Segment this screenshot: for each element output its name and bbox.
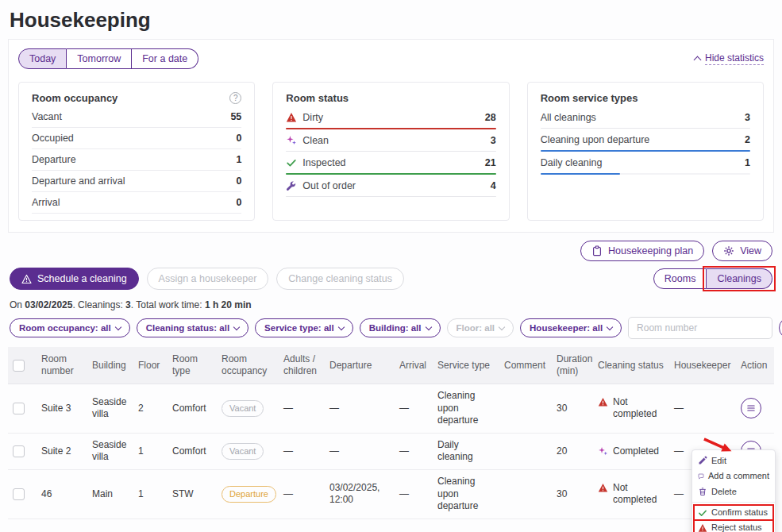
menu-icon (746, 403, 756, 413)
chevron-down-icon (607, 323, 613, 330)
stat-bar (541, 173, 750, 175)
tab-today[interactable]: Today (18, 48, 67, 69)
stat-label: Inspected (302, 157, 345, 168)
filter-housekeeper[interactable]: Housekeeper: all (520, 318, 622, 337)
column-header-cleaning-status: Cleaning status (593, 347, 669, 384)
table-row: 46 Main 1 STW Departure — 03/02/2025, 12… (8, 469, 774, 519)
filter-cleaning-status[interactable]: Cleaning status: all (137, 318, 248, 337)
warning-icon (698, 523, 707, 532)
menu-item-delete[interactable]: Delete (692, 484, 775, 499)
tab-tomorrow[interactable]: Tomorrow (67, 48, 132, 69)
stat-row: Departure and arrival 0 (32, 171, 241, 192)
menu-item-reject-status[interactable]: Reject status (692, 520, 775, 532)
filter-service-type[interactable]: Service type: all (255, 318, 353, 337)
cell-room-number: Suite 3 (37, 384, 87, 434)
assign-housekeeper-button[interactable]: Assign a housekeeper (147, 268, 269, 290)
row-checkbox[interactable] (13, 488, 25, 500)
stat-value: 55 (230, 111, 241, 122)
chevron-down-icon (233, 323, 240, 330)
cell-floor: 1 (133, 469, 168, 519)
chevron-down-icon (425, 323, 431, 330)
cell-adults-children: — (279, 384, 325, 434)
table-row: Suite 3 Seaside villa 2 Comfort Vacant —… (8, 384, 774, 434)
schedule-cleaning-button[interactable]: Schedule a cleaning (10, 268, 139, 290)
column-header-building: Building (87, 347, 133, 384)
stat-value: 2 (745, 134, 750, 145)
select-all-checkbox[interactable] (13, 360, 25, 372)
stat-value: 21 (485, 157, 496, 168)
stat-value: 3 (745, 112, 750, 123)
comment-icon (698, 472, 704, 481)
card-title-room-status: Room status (286, 92, 349, 104)
menu-item-add-comment[interactable]: Add a comment (692, 468, 775, 484)
column-header-room-occupancy: Room occupancy (217, 347, 279, 384)
row-checkbox[interactable] (13, 445, 25, 457)
stat-value: 0 (236, 133, 241, 144)
stat-value: 28 (485, 112, 496, 123)
cell-room-type: STW (168, 469, 217, 519)
cell-departure: 03/02/2025, 12:00 (325, 469, 395, 519)
stat-label: All cleanings (541, 112, 596, 123)
cell-adults-children: — (279, 469, 325, 519)
cell-comment (499, 433, 552, 469)
toggle-rooms[interactable]: Rooms (653, 268, 707, 289)
cell-floor: 1 (133, 433, 168, 469)
check-icon (698, 508, 707, 518)
cleaning-status: Not completed (598, 396, 665, 421)
column-header-room-type: Room type (168, 347, 217, 384)
cell-arrival: — (395, 384, 433, 434)
menu-item-confirm-status[interactable]: Confirm status (692, 505, 775, 520)
row-checkbox[interactable] (13, 403, 25, 414)
row-actions-button[interactable] (741, 398, 761, 418)
search-button[interactable] (779, 317, 782, 339)
stat-row: Out of order 4 (286, 175, 495, 197)
column-header-service-type: Service type (433, 347, 499, 384)
stat-label: Daily cleaning (541, 157, 603, 168)
table-row: Suite 2 Seaside villa 1 Comfort Vacant —… (8, 433, 774, 469)
date-tabs: Today Tomorrow For a date (18, 48, 198, 69)
filter-building[interactable]: Building: all (360, 318, 441, 337)
warning-icon (21, 274, 32, 284)
card-title-room-occupancy: Room occupancy (32, 92, 117, 104)
change-cleaning-status-button[interactable]: Change cleaning status (276, 268, 404, 290)
column-header-duration: Duration (min) (552, 347, 593, 384)
occupancy-badge: Vacant (222, 443, 264, 459)
toggle-cleanings[interactable]: Cleanings (707, 268, 772, 289)
stat-label: Out of order (302, 180, 356, 191)
cell-room-number: 46 (37, 469, 87, 519)
housekeeping-plan-button[interactable]: Housekeeping plan (580, 241, 704, 261)
cell-service-type: Cleaning upon departure (433, 469, 499, 519)
tab-for-a-date[interactable]: For a date (132, 48, 198, 69)
view-button[interactable]: View (712, 241, 772, 261)
check-icon (286, 157, 297, 168)
chevron-down-icon (499, 323, 505, 330)
stat-label: Departure and arrival (32, 175, 125, 187)
stat-row: Occupied 0 (32, 128, 241, 149)
cell-duration: 20 (552, 433, 593, 469)
cleanings-table: Room number Building Floor Room type Roo… (8, 347, 774, 519)
cell-arrival: — (395, 433, 433, 469)
hide-statistics-link[interactable]: Hide statistics (695, 52, 764, 65)
rooms-cleanings-toggle: Rooms Cleanings (653, 268, 772, 289)
room-number-input[interactable] (628, 317, 772, 339)
cell-room-type: Comfort (168, 384, 217, 434)
warning-icon (598, 483, 608, 493)
stat-row: Arrival 0 (32, 192, 241, 214)
warning-icon (286, 112, 297, 123)
help-icon[interactable]: ? (229, 92, 241, 104)
column-header-room-number: Room number (37, 347, 87, 384)
stat-value: 0 (236, 175, 241, 187)
cell-arrival: — (395, 469, 433, 519)
stat-label: Occupied (32, 133, 74, 144)
cell-departure: — (325, 433, 395, 469)
cell-room-number: Suite 2 (37, 433, 87, 469)
menu-item-edit[interactable]: Edit (692, 453, 775, 468)
cell-room-type: Comfort (168, 433, 217, 469)
table-header-row: Room number Building Floor Room type Roo… (8, 347, 774, 384)
filter-room-occupancy[interactable]: Room occupancy: all (10, 318, 130, 337)
stat-bar (286, 196, 495, 197)
chevron-up-icon (694, 56, 702, 64)
room-occupancy-card: Room occupancy ? Vacant 55 Occupied 0 De… (18, 82, 255, 221)
sparkle-icon (598, 446, 608, 457)
chevron-down-icon (337, 323, 344, 330)
